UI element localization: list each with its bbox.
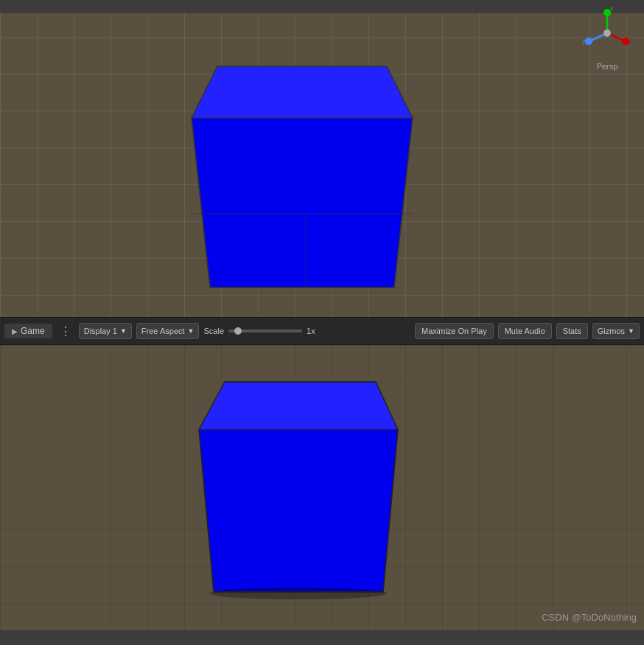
gizmos-chevron-icon: ▼ xyxy=(628,327,634,335)
gizmos-label: Gizmos xyxy=(598,327,625,335)
aspect-dropdown[interactable]: Free Aspect ▼ xyxy=(136,323,200,339)
scene-view: Y X Z Persp xyxy=(0,0,644,317)
three-dots-menu[interactable]: ⋮ xyxy=(57,324,74,338)
gizmos-dropdown[interactable]: Gizmos ▼ xyxy=(592,323,640,339)
display-dropdown[interactable]: Display 1 ▼ xyxy=(79,323,132,339)
scale-slider-thumb xyxy=(234,327,242,335)
game-3d-shape xyxy=(181,378,402,592)
scene-3d-shape xyxy=(177,59,413,287)
display-label: Display 1 xyxy=(84,327,117,335)
maximize-label: Maximize On Play xyxy=(421,327,487,335)
scale-value: 1x xyxy=(307,327,315,335)
mute-audio-btn[interactable]: Mute Audio xyxy=(498,323,552,339)
svg-text:X: X xyxy=(627,38,631,46)
game-view: CSDN @ToDoNothing xyxy=(0,345,644,630)
scale-label: Scale xyxy=(203,327,224,335)
scene-toolbar xyxy=(0,0,644,13)
game-tab[interactable]: ▶ Game xyxy=(4,324,52,338)
stats-btn[interactable]: Stats xyxy=(556,323,588,339)
aspect-label: Free Aspect xyxy=(141,327,185,335)
mute-label: Mute Audio xyxy=(505,327,545,335)
game-tab-label: Game xyxy=(21,326,45,336)
svg-marker-0 xyxy=(192,66,413,118)
watermark: CSDN @ToDoNothing xyxy=(542,612,637,623)
scale-slider[interactable] xyxy=(228,330,302,332)
maximize-on-play-btn[interactable]: Maximize On Play xyxy=(415,323,494,339)
svg-marker-17 xyxy=(199,430,398,592)
aspect-chevron-icon: ▼ xyxy=(188,327,195,335)
gizmo-persp-label: Persp xyxy=(597,62,618,71)
stats-label: Stats xyxy=(563,327,581,335)
svg-point-13 xyxy=(585,38,592,45)
svg-marker-16 xyxy=(199,382,398,430)
svg-text:Z: Z xyxy=(582,38,587,46)
svg-point-18 xyxy=(210,588,387,599)
game-tab-icon: ▶ xyxy=(12,327,18,335)
svg-marker-1 xyxy=(192,118,413,287)
svg-text:Y: Y xyxy=(609,7,614,13)
gizmo-widget: Y X Z Persp xyxy=(578,7,637,81)
display-chevron-icon: ▼ xyxy=(120,327,127,335)
scale-container: Scale 1x xyxy=(203,327,315,335)
game-toolbar: ▶ Game ⋮ Display 1 ▼ Free Aspect ▼ Scale… xyxy=(0,317,644,345)
svg-point-15 xyxy=(603,29,611,37)
